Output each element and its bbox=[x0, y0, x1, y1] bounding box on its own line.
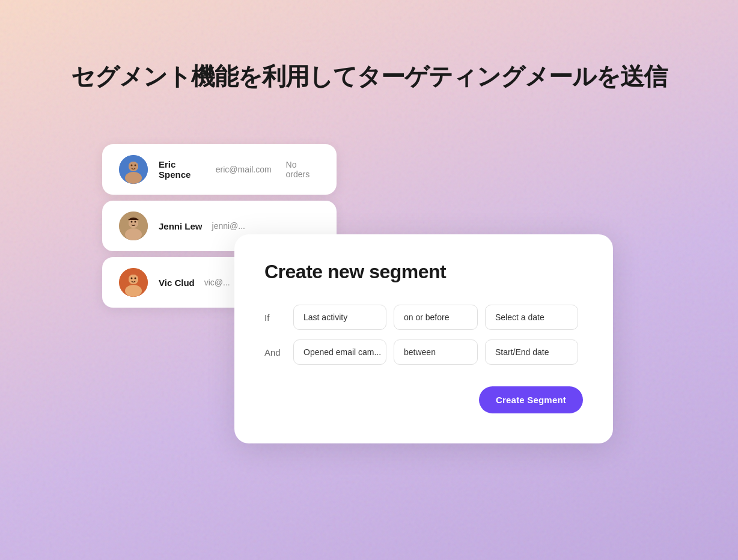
svg-point-2 bbox=[125, 172, 142, 184]
condition-if-date[interactable]: Select a date bbox=[485, 305, 578, 330]
segment-modal: Create new segment If Last activity on o… bbox=[234, 234, 613, 443]
customer-status-eric: No orders bbox=[286, 160, 320, 179]
customer-email-jenni: jenni@... bbox=[212, 221, 245, 231]
condition-and-activity[interactable]: Opened email cam... bbox=[293, 339, 386, 365]
condition-if-label: If bbox=[264, 312, 286, 323]
condition-and-operator[interactable]: between bbox=[394, 339, 478, 365]
customer-name-jenni: Jenni Lew bbox=[159, 221, 203, 231]
condition-row-if: If Last activity on or before Select a d… bbox=[264, 305, 583, 330]
svg-point-17 bbox=[135, 278, 136, 279]
condition-row-and: And Opened email cam... between Start/En… bbox=[264, 339, 583, 365]
condition-and-label: And bbox=[264, 347, 286, 358]
create-segment-button[interactable]: Create Segment bbox=[479, 386, 583, 413]
customer-info-jenni: Jenni Lew jenni@... bbox=[159, 221, 245, 231]
avatar-eric bbox=[119, 155, 148, 184]
svg-point-16 bbox=[131, 278, 133, 279]
customer-info-vic: Vic Clud vic@... bbox=[159, 278, 230, 288]
customer-info-eric: Eric Spence eric@mail.com No orders bbox=[159, 159, 320, 180]
page-title: セグメント機能を利用してターゲティングメールを送信 bbox=[0, 60, 738, 93]
avatar-jenni bbox=[119, 212, 148, 240]
customer-email-eric: eric@mail.com bbox=[216, 165, 272, 174]
svg-point-10 bbox=[131, 221, 133, 223]
svg-point-15 bbox=[129, 275, 138, 284]
condition-and-date[interactable]: Start/End date bbox=[485, 339, 578, 365]
customer-email-vic: vic@... bbox=[204, 278, 230, 287]
svg-point-11 bbox=[135, 221, 136, 223]
svg-point-4 bbox=[131, 165, 133, 166]
svg-point-5 bbox=[135, 165, 136, 166]
condition-if-activity[interactable]: Last activity bbox=[293, 305, 386, 330]
customer-name-vic: Vic Clud bbox=[159, 278, 195, 288]
customer-card-eric: Eric Spence eric@mail.com No orders bbox=[102, 144, 337, 195]
svg-point-14 bbox=[125, 285, 142, 297]
avatar-vic bbox=[119, 268, 148, 297]
svg-point-8 bbox=[125, 228, 142, 240]
condition-if-operator[interactable]: on or before bbox=[394, 305, 478, 330]
modal-title: Create new segment bbox=[264, 261, 583, 283]
customer-name-eric: Eric Spence bbox=[159, 159, 206, 180]
svg-point-3 bbox=[129, 162, 138, 171]
